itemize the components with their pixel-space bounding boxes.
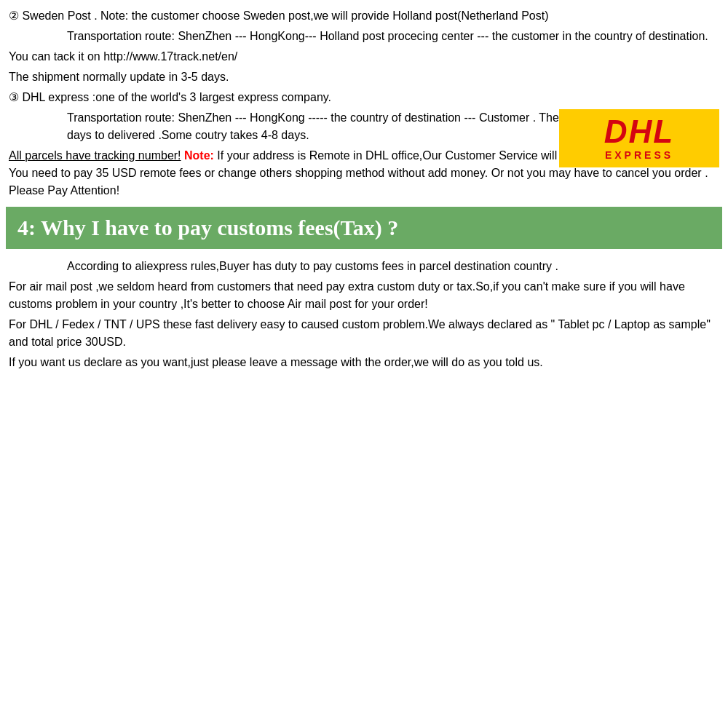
dhl-express-intro: ③ DHL express :one of the world's 3 larg…: [9, 89, 719, 106]
note-label: Note:: [184, 149, 214, 162]
dhl-logo-text: DHL: [604, 116, 674, 148]
declare-message-para: If you want us declare as you want,just …: [9, 354, 719, 371]
aliexpress-rules-para: According to aliexpress rules,Buyer has …: [9, 258, 719, 275]
main-container: ② Sweden Post . Note: the customer choos…: [0, 0, 728, 384]
air-mail-para: For air mail post ,we seldom heard from …: [9, 278, 719, 313]
dhl-logo-container: DHL EXPRESS: [559, 109, 719, 167]
customs-header-text: 4: Why I have to pay customs fees(Tax) ?: [17, 215, 398, 240]
dhl-block: Transportation route: ShenZhen --- HongK…: [9, 109, 719, 147]
tracking-url: You can tack it on http://www.17track.ne…: [9, 48, 719, 66]
tracking-number-underline: All parcels have tracking number!: [9, 149, 181, 162]
shipping-section: ② Sweden Post . Note: the customer choos…: [6, 7, 722, 199]
customs-section-header: 4: Why I have to pay customs fees(Tax) ?: [6, 207, 722, 249]
sweden-post-para: ② Sweden Post . Note: the customer choos…: [9, 7, 719, 25]
customs-section-body: According to aliexpress rules,Buyer has …: [6, 255, 722, 377]
tracking-url-text: You can tack it on http://www.17track.ne…: [9, 50, 237, 63]
dhl-express-label: EXPRESS: [605, 149, 673, 161]
transport-route-sweden: Transportation route: ShenZhen --- HongK…: [9, 28, 719, 45]
dhl-fedex-para: For DHL / Fedex / TNT / UPS these fast d…: [9, 316, 719, 351]
shipment-update-info: The shipment normally update in 3-5 days…: [9, 68, 719, 86]
